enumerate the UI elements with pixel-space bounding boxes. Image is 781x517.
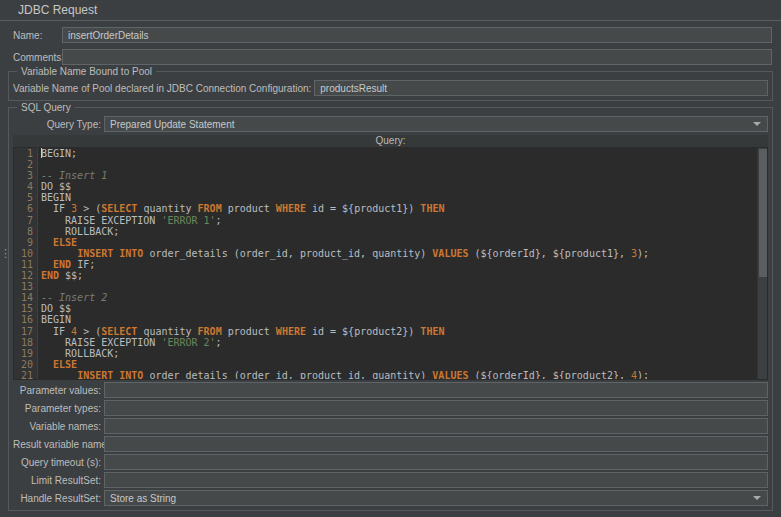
scrollbar-thumb[interactable]	[759, 149, 767, 277]
line-numbers: 123456789101112131415161718192021	[14, 148, 38, 379]
param-label: Limit ResultSet:	[13, 475, 101, 486]
code-line	[41, 159, 757, 170]
code-line: ROLLBACK;	[41, 226, 757, 237]
line-number: 20	[14, 359, 33, 370]
line-number: 10	[14, 248, 33, 259]
name-value: insertOrderDetails	[68, 30, 149, 41]
param-input[interactable]	[104, 418, 768, 434]
code-line: RAISE EXCEPTION 'ERROR 2';	[41, 337, 757, 348]
sql-query-group-title: SQL Query	[17, 102, 75, 113]
comments-input[interactable]	[62, 49, 772, 65]
line-number: 4	[14, 181, 33, 192]
param-row: Variable names:	[13, 418, 768, 434]
code-line: ROLLBACK;	[41, 348, 757, 359]
sql-query-group: SQL Query Query Type: Prepared Update St…	[8, 107, 773, 511]
query-label: Query:	[13, 135, 768, 147]
param-row: Handle ResultSet:Store as String	[13, 490, 768, 506]
code-line: ELSE	[41, 237, 757, 248]
query-type-value: Prepared Update Statement	[110, 119, 235, 130]
pool-group: Variable Name Bound to Pool Variable Nam…	[8, 71, 773, 101]
line-number: 8	[14, 226, 33, 237]
param-label: Parameter types:	[13, 403, 101, 414]
code-line: -- Insert 2	[41, 292, 757, 303]
param-rows: Parameter values:Parameter types:Variabl…	[13, 382, 768, 506]
query-type-label: Query Type:	[13, 119, 101, 130]
param-input[interactable]	[104, 472, 768, 488]
param-label: Result variable name:	[13, 439, 101, 450]
chevron-down-icon	[753, 122, 761, 126]
line-number: 18	[14, 337, 33, 348]
code-line: ELSE	[41, 359, 757, 370]
param-row: Result variable name:	[13, 436, 768, 452]
query-type-row: Query Type: Prepared Update Statement	[13, 116, 768, 132]
param-label: Handle ResultSet:	[13, 493, 101, 504]
comments-row: Comments:	[13, 49, 772, 65]
pool-name-value: productsResult	[320, 83, 387, 94]
param-row: Parameter values:	[13, 382, 768, 398]
code-line: RAISE EXCEPTION 'ERROR 1';	[41, 215, 757, 226]
pool-group-title: Variable Name Bound to Pool	[17, 66, 156, 77]
line-number: 7	[14, 215, 33, 226]
code-line: IF 4 > (SELECT quantity FROM product WHE…	[41, 326, 757, 337]
code-line: DO $$	[41, 181, 757, 192]
line-number: 19	[14, 348, 33, 359]
param-label: Query timeout (s):	[13, 457, 101, 468]
param-input[interactable]	[104, 382, 768, 398]
sql-query-editor[interactable]: 123456789101112131415161718192021 BEGIN;…	[13, 147, 768, 380]
param-label: Parameter values:	[13, 385, 101, 396]
line-number: 9	[14, 237, 33, 248]
comments-label: Comments:	[13, 52, 62, 63]
name-row: Name: insertOrderDetails	[13, 27, 772, 43]
code-line	[41, 281, 757, 292]
editor-scrollbar[interactable]	[757, 148, 767, 379]
code-line: IF 3 > (SELECT quantity FROM product WHE…	[41, 203, 757, 214]
code-lines: BEGIN; -- Insert 1DO $$BEGIN IF 3 > (SEL…	[38, 148, 757, 379]
line-number: 12	[14, 270, 33, 281]
chevron-down-icon	[753, 496, 761, 500]
name-label: Name:	[13, 30, 62, 41]
param-value: Store as String	[110, 493, 176, 504]
code-line: -- Insert 1	[41, 170, 757, 181]
line-number: 5	[14, 192, 33, 203]
param-label: Variable names:	[13, 421, 101, 432]
line-number: 17	[14, 326, 33, 337]
page-title: JDBC Request	[0, 0, 781, 21]
pool-name-input[interactable]: productsResult	[314, 80, 768, 96]
code-line: INSERT INTO order_details (order_id, pro…	[41, 370, 757, 379]
line-number: 3	[14, 170, 33, 181]
splitter-handle[interactable]: ⋮	[0, 250, 6, 257]
line-number: 6	[14, 203, 33, 214]
name-input[interactable]: insertOrderDetails	[62, 27, 772, 43]
code-line: BEGIN	[41, 314, 757, 325]
param-input[interactable]	[104, 436, 768, 452]
param-input[interactable]	[104, 400, 768, 416]
query-type-dropdown[interactable]: Prepared Update Statement	[104, 116, 768, 132]
line-number: 16	[14, 314, 33, 325]
param-row: Limit ResultSet:	[13, 472, 768, 488]
line-number: 15	[14, 303, 33, 314]
code-line: END IF;	[41, 259, 757, 270]
handle-resultset-dropdown[interactable]: Store as String	[104, 490, 768, 506]
jdbc-request-panel: { "header": { "title": "JDBC Request" },…	[0, 0, 781, 517]
line-number: 2	[14, 159, 33, 170]
pool-name-label: Variable Name of Pool declared in JDBC C…	[13, 83, 311, 94]
line-number: 11	[14, 259, 33, 270]
code-line: END $$;	[41, 270, 757, 281]
line-number: 14	[14, 292, 33, 303]
line-number: 1	[14, 148, 33, 159]
param-input[interactable]	[104, 454, 768, 470]
line-number: 21	[14, 370, 33, 380]
param-row: Parameter types:	[13, 400, 768, 416]
line-number: 13	[14, 281, 33, 292]
code-line: BEGIN	[41, 192, 757, 203]
param-row: Query timeout (s):	[13, 454, 768, 470]
code-line: BEGIN;	[41, 148, 757, 159]
code-line: DO $$	[41, 303, 757, 314]
code-line: INSERT INTO order_details (order_id, pro…	[41, 248, 757, 259]
